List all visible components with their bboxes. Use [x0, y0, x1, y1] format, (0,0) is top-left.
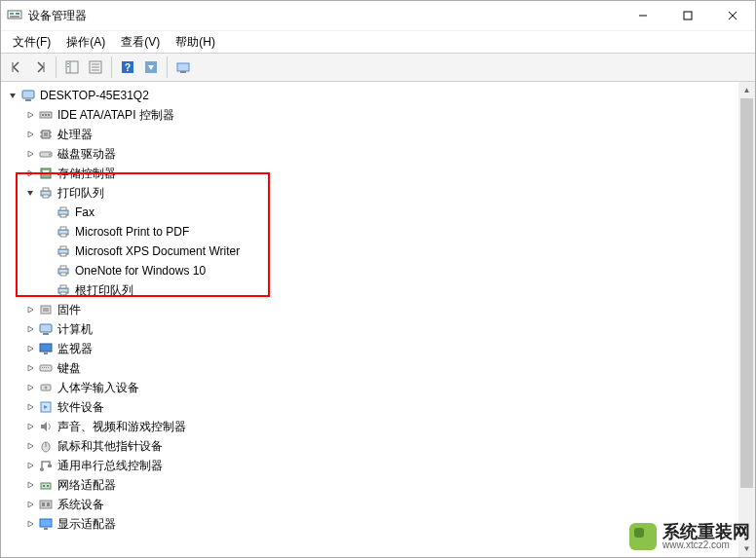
- action-button[interactable]: [140, 56, 162, 78]
- help-button[interactable]: ?: [117, 56, 138, 78]
- menu-help[interactable]: 帮助(H): [168, 32, 223, 53]
- tree-item-label: 固件: [57, 302, 81, 318]
- tree-item[interactable]: 打印队列: [1, 183, 738, 203]
- tree-item[interactable]: 声音、视频和游戏控制器: [1, 417, 738, 436]
- svg-rect-35: [41, 168, 51, 178]
- scroll-up-button[interactable]: ▲: [738, 82, 755, 98]
- tree-item[interactable]: 处理器: [1, 125, 738, 144]
- tree-item-label: IDE ATA/ATAPI 控制器: [57, 107, 174, 124]
- expand-icon[interactable]: [22, 300, 38, 319]
- tree-item[interactable]: 根打印队列: [1, 280, 738, 300]
- tree-item[interactable]: 计算机: [1, 319, 738, 339]
- tree-item-label: 监视器: [57, 341, 93, 357]
- svg-rect-64: [46, 367, 47, 368]
- no-expander: [40, 242, 56, 261]
- expand-icon[interactable]: [22, 456, 38, 475]
- svg-rect-45: [60, 234, 66, 237]
- expand-icon[interactable]: [22, 495, 38, 514]
- tree-item[interactable]: Microsoft Print to PDF: [1, 222, 738, 242]
- svg-rect-65: [48, 367, 49, 368]
- svg-rect-79: [40, 519, 52, 527]
- menu-action[interactable]: 操作(A): [58, 32, 113, 53]
- tree-item[interactable]: 显示适配器: [1, 514, 738, 534]
- back-button[interactable]: [6, 56, 27, 78]
- toolbar: ?: [1, 53, 755, 82]
- expand-icon[interactable]: [22, 358, 38, 378]
- expand-icon[interactable]: [22, 378, 38, 397]
- tree-item-label: 打印队列: [57, 185, 104, 202]
- usb-icon: [38, 458, 54, 473]
- expand-icon[interactable]: [22, 144, 38, 164]
- device-tree[interactable]: DESKTOP-45E31Q2IDE ATA/ATAPI 控制器处理器磁盘驱动器…: [1, 82, 738, 557]
- tree-item[interactable]: 存储控制器: [1, 164, 738, 183]
- tree-item[interactable]: 系统设备: [1, 495, 738, 514]
- tree-item-label: Microsoft Print to PDF: [75, 225, 189, 239]
- tree-item[interactable]: 网络适配器: [1, 475, 738, 495]
- menu-view[interactable]: 查看(V): [113, 32, 168, 53]
- svg-rect-38: [43, 188, 49, 191]
- expand-icon[interactable]: [22, 475, 38, 495]
- firmware-icon: [38, 302, 54, 317]
- audio-icon: [38, 419, 54, 434]
- scan-hardware-button[interactable]: [172, 56, 194, 78]
- svg-rect-21: [22, 91, 34, 98]
- collapse-icon[interactable]: [22, 183, 38, 203]
- show-hide-tree-button[interactable]: [61, 56, 83, 78]
- tree-item[interactable]: 通用串行总线控制器: [1, 456, 738, 475]
- svg-text:?: ?: [125, 62, 131, 73]
- menu-file[interactable]: 文件(F): [5, 32, 58, 53]
- close-button[interactable]: [710, 1, 755, 30]
- expand-icon[interactable]: [22, 105, 38, 125]
- device-manager-window: 设备管理器 文件(F) 操作(A) 查看(V) 帮助(H) ? DESKTOP-…: [0, 0, 756, 558]
- svg-rect-20: [180, 71, 186, 73]
- expand-icon[interactable]: [22, 397, 38, 417]
- svg-point-67: [45, 387, 48, 390]
- scroll-thumb[interactable]: [740, 98, 753, 488]
- forward-button[interactable]: [29, 56, 51, 78]
- tree-item-label: 声音、视频和游戏控制器: [57, 419, 186, 435]
- tree-item[interactable]: 磁盘驱动器: [1, 144, 738, 164]
- printer-icon: [38, 185, 54, 201]
- properties-button[interactable]: [85, 56, 106, 78]
- no-expander: [40, 261, 56, 280]
- expand-icon[interactable]: [22, 514, 38, 534]
- tree-item[interactable]: IDE ATA/ATAPI 控制器: [1, 105, 738, 125]
- disk-icon: [38, 146, 54, 162]
- expand-icon[interactable]: [22, 125, 38, 144]
- expand-icon[interactable]: [22, 417, 38, 436]
- tree-item[interactable]: Microsoft XPS Document Writer: [1, 242, 738, 261]
- tree-item[interactable]: 软件设备: [1, 397, 738, 417]
- expand-icon[interactable]: [22, 436, 38, 456]
- expand-icon[interactable]: [22, 339, 38, 358]
- tree-item[interactable]: Fax: [1, 203, 738, 222]
- tree-item-label: Microsoft XPS Document Writer: [75, 244, 240, 258]
- watermark-url: www.xtcz2.com: [662, 540, 750, 550]
- tree-item-label: Fax: [75, 205, 94, 219]
- cpu-icon: [38, 127, 54, 142]
- vertical-scrollbar[interactable]: ▲ ▼: [738, 82, 755, 557]
- svg-rect-41: [60, 207, 66, 210]
- tree-item-label: 显示适配器: [57, 516, 116, 533]
- svg-rect-54: [60, 292, 66, 295]
- tree-item-label: 软件设备: [57, 399, 104, 416]
- tree-item[interactable]: OneNote for Windows 10: [1, 261, 738, 280]
- svg-rect-3: [10, 16, 19, 18]
- svg-rect-62: [42, 367, 43, 368]
- expand-icon[interactable]: [22, 319, 38, 339]
- monitor-icon: [38, 341, 54, 356]
- titlebar: 设备管理器: [1, 1, 755, 30]
- svg-point-34: [49, 154, 51, 156]
- maximize-button[interactable]: [665, 1, 710, 30]
- svg-point-26: [48, 114, 50, 116]
- tree-item[interactable]: 人体学输入设备: [1, 378, 738, 397]
- tree-item[interactable]: 键盘: [1, 358, 738, 378]
- collapse-icon[interactable]: [5, 86, 20, 105]
- expand-icon[interactable]: [22, 164, 38, 183]
- tree-item[interactable]: DESKTOP-45E31Q2: [1, 86, 738, 105]
- storage-icon: [38, 166, 54, 181]
- tree-item[interactable]: 鼠标和其他指针设备: [1, 436, 738, 456]
- minimize-button[interactable]: [621, 1, 665, 30]
- tree-item-label: 磁盘驱动器: [57, 146, 116, 163]
- tree-item[interactable]: 监视器: [1, 339, 738, 358]
- tree-item[interactable]: 固件: [1, 300, 738, 319]
